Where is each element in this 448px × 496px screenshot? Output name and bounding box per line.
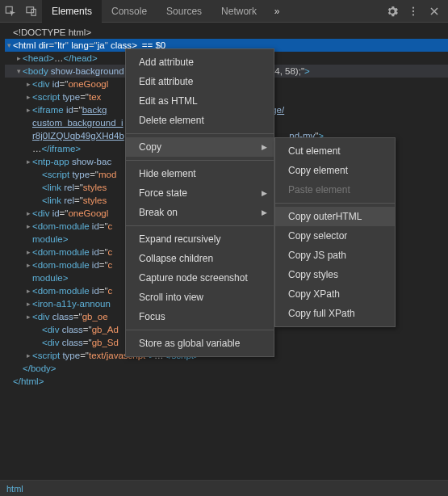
inspect-icon[interactable] bbox=[0, 0, 21, 23]
more-tabs-icon[interactable]: » bbox=[266, 0, 287, 23]
menu-item-delete-element[interactable]: Delete element bbox=[126, 111, 274, 130]
context-menu: Add attributeEdit attributeEdit as HTMLD… bbox=[125, 48, 274, 357]
submenu-item-copy-element[interactable]: Copy element bbox=[275, 161, 395, 180]
tab-console[interactable]: Console bbox=[102, 0, 157, 23]
submenu-item-copy-styles[interactable]: Copy styles bbox=[275, 265, 395, 284]
submenu-item-copy-xpath[interactable]: Copy XPath bbox=[275, 284, 395, 304]
breadcrumb-bar: html bbox=[0, 480, 448, 496]
menu-item-collapse-children[interactable]: Collapse children bbox=[126, 249, 274, 268]
breadcrumb-item[interactable]: html bbox=[6, 484, 23, 494]
menu-item-edit-attribute[interactable]: Edit attribute bbox=[126, 72, 274, 91]
disclosure-triangle[interactable]: ▸ bbox=[24, 246, 32, 259]
menu-item-scroll-into-view[interactable]: Scroll into view bbox=[126, 288, 274, 307]
tab-sources[interactable]: Sources bbox=[157, 0, 211, 23]
submenu-arrow-icon: ▶ bbox=[262, 143, 267, 151]
disclosure-triangle[interactable]: ▸ bbox=[24, 297, 32, 310]
disclosure-triangle[interactable]: ▸ bbox=[15, 52, 23, 65]
menu-item-force-state[interactable]: Force state▶ bbox=[126, 183, 274, 203]
close-icon[interactable] bbox=[424, 0, 445, 23]
kebab-menu-icon[interactable] bbox=[403, 0, 424, 23]
menu-item-focus[interactable]: Focus bbox=[126, 307, 274, 326]
disclosure-triangle[interactable]: ▸ bbox=[24, 310, 32, 323]
submenu-item-copy-js-path[interactable]: Copy JS path bbox=[275, 246, 395, 265]
disclosure-triangle[interactable]: ▸ bbox=[24, 207, 32, 220]
disclosure-triangle[interactable]: ▸ bbox=[24, 90, 32, 103]
svg-point-4 bbox=[412, 10, 414, 11]
disclosure-triangle[interactable]: ▸ bbox=[24, 259, 32, 271]
device-toggle-icon[interactable] bbox=[21, 0, 42, 23]
settings-icon[interactable] bbox=[382, 0, 403, 23]
svg-rect-1 bbox=[27, 6, 34, 12]
menu-item-capture-node-screenshot[interactable]: Capture node screenshot bbox=[126, 268, 274, 288]
tab-network[interactable]: Network bbox=[211, 0, 266, 23]
svg-point-3 bbox=[412, 6, 414, 8]
disclosure-triangle[interactable]: ▸ bbox=[24, 349, 32, 362]
menu-item-store-as-global-variable[interactable]: Store as global variable bbox=[126, 334, 274, 353]
menu-item-hide-element[interactable]: Hide element bbox=[126, 164, 274, 183]
menu-item-break-on[interactable]: Break on▶ bbox=[126, 203, 274, 222]
tab-elements[interactable]: Elements bbox=[42, 0, 102, 23]
submenu-item-copy-outerhtml[interactable]: Copy outerHTML bbox=[275, 207, 395, 226]
svg-point-5 bbox=[412, 14, 414, 15]
disclosure-triangle[interactable]: ▸ bbox=[24, 284, 32, 297]
disclosure-triangle[interactable]: ▸ bbox=[24, 220, 32, 233]
submenu-item-copy-selector[interactable]: Copy selector bbox=[275, 226, 395, 246]
disclosure-triangle[interactable]: ▾ bbox=[15, 65, 23, 78]
disclosure-triangle[interactable]: ▾ bbox=[5, 39, 13, 52]
disclosure-triangle[interactable]: ▸ bbox=[24, 103, 32, 116]
dom-node[interactable]: </html> bbox=[5, 375, 448, 388]
menu-item-edit-as-html[interactable]: Edit as HTML bbox=[126, 91, 274, 111]
menu-item-expand-recursively[interactable]: Expand recursively bbox=[126, 229, 274, 249]
menu-item-add-attribute[interactable]: Add attribute bbox=[126, 53, 274, 72]
submenu-arrow-icon: ▶ bbox=[262, 208, 267, 216]
disclosure-triangle[interactable]: ▸ bbox=[24, 78, 32, 90]
menu-item-copy[interactable]: Copy▶ bbox=[126, 137, 274, 157]
dom-node[interactable]: <!DOCTYPE html> bbox=[5, 26, 448, 39]
submenu-arrow-icon: ▶ bbox=[262, 189, 267, 197]
copy-submenu: Cut elementCopy elementPaste elementCopy… bbox=[274, 137, 396, 327]
submenu-item-copy-full-xpath[interactable]: Copy full XPath bbox=[275, 304, 395, 323]
submenu-item-cut-element[interactable]: Cut element bbox=[275, 141, 395, 161]
disclosure-triangle[interactable]: ▸ bbox=[24, 155, 32, 168]
submenu-item-paste-element: Paste element bbox=[275, 180, 395, 200]
dom-node[interactable]: </body> bbox=[5, 362, 448, 375]
devtools-toolbar: ElementsConsoleSourcesNetwork » bbox=[0, 0, 448, 23]
